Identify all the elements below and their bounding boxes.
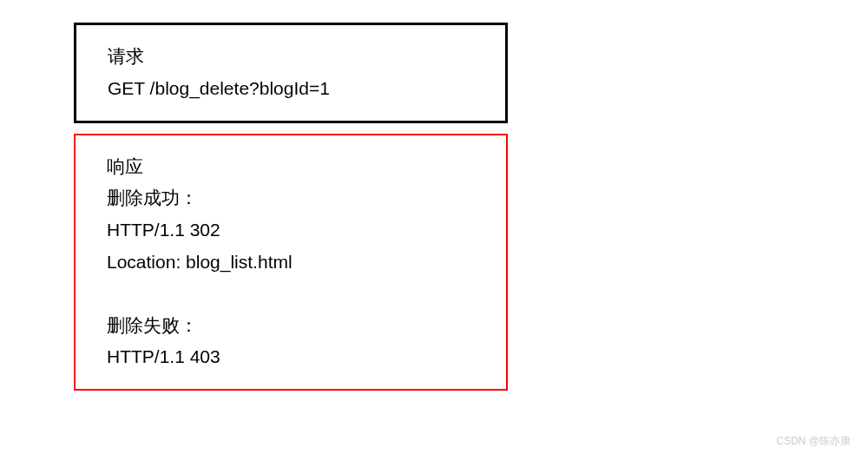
request-http-line: GET /blog_delete?blogId=1 [108, 73, 474, 105]
response-box: 响应 删除成功： HTTP/1.1 302 Location: blog_lis… [74, 134, 508, 391]
request-box: 请求 GET /blog_delete?blogId=1 [74, 23, 508, 123]
response-title: 响应 [107, 151, 475, 183]
watermark: CSDN @陈亦康 [776, 434, 851, 449]
request-title: 请求 [108, 41, 474, 73]
blank-line [107, 279, 475, 310]
response-success-location: Location: blog_list.html [107, 247, 475, 279]
response-success-status: HTTP/1.1 302 [107, 214, 475, 247]
response-fail-label: 删除失败： [107, 310, 475, 342]
document-container: 请求 GET /blog_delete?blogId=1 响应 删除成功： HT… [0, 0, 868, 391]
response-fail-status: HTTP/1.1 403 [107, 341, 475, 373]
response-success-label: 删除成功： [107, 182, 475, 214]
